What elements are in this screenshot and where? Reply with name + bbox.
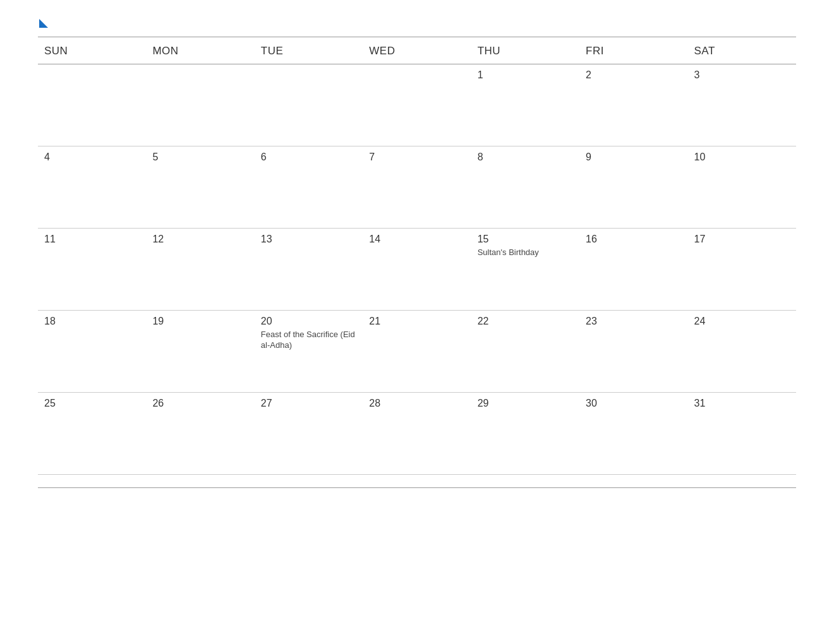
calendar-cell: 9 [579, 146, 687, 229]
calendar-table: SUNMONTUEWEDTHUFRISAT 123456789101112131… [38, 37, 796, 475]
day-number: 4 [44, 152, 140, 163]
day-number: 2 [586, 69, 681, 81]
day-number: 16 [586, 234, 681, 245]
weekday-wed: WED [363, 37, 471, 64]
calendar-cell: 5 [146, 146, 254, 229]
weekday-sat: SAT [688, 37, 796, 64]
day-number: 28 [369, 398, 464, 409]
day-number: 20 [261, 316, 356, 327]
calendar-cell: 16 [579, 229, 687, 311]
bottom-divider [38, 487, 796, 488]
calendar-cell: 29 [471, 393, 579, 475]
day-number: 30 [586, 398, 681, 409]
day-number: 1 [478, 69, 573, 81]
calendar-cell: 17 [688, 229, 796, 311]
weekday-tue: TUE [255, 37, 363, 64]
day-number: 21 [369, 316, 464, 327]
calendar-cell: 11 [38, 229, 146, 311]
day-number: 3 [694, 69, 790, 81]
weekday-thu: THU [471, 37, 579, 64]
day-number: 27 [261, 398, 356, 409]
calendar-cell: 10 [688, 146, 796, 229]
day-number: 5 [152, 152, 248, 163]
day-number: 18 [44, 316, 140, 327]
day-number: 31 [694, 398, 790, 409]
calendar-cell: 15Sultan's Birthday [471, 229, 579, 311]
weekday-sun: SUN [38, 37, 146, 64]
calendar-cell [146, 64, 254, 146]
day-number: 14 [369, 234, 464, 245]
calendar-cell: 18 [38, 311, 146, 393]
day-number: 15 [478, 234, 573, 245]
day-number: 8 [478, 152, 573, 163]
calendar-cell: 20Feast of the Sacrifice (Eid al-Adha) [255, 311, 363, 393]
day-number: 22 [478, 316, 573, 327]
calendar-cell: 14 [363, 229, 471, 311]
calendar-cell: 21 [363, 311, 471, 393]
day-number: 23 [586, 316, 681, 327]
calendar-cell: 28 [363, 393, 471, 475]
calendar-cell: 27 [255, 393, 363, 475]
event-text: Sultan's Birthday [478, 247, 573, 258]
day-number: 9 [586, 152, 681, 163]
day-number: 17 [694, 234, 790, 245]
day-number: 6 [261, 152, 356, 163]
calendar-cell [38, 64, 146, 146]
weekday-fri: FRI [579, 37, 687, 64]
event-text: Feast of the Sacrifice (Eid al-Adha) [261, 330, 356, 351]
calendar-week-3: 1112131415Sultan's Birthday1617 [38, 229, 796, 311]
calendar-cell [255, 64, 363, 146]
day-number: 10 [694, 152, 790, 163]
calendar-week-1: 123 [38, 64, 796, 146]
calendar-cell: 24 [688, 311, 796, 393]
calendar-cell: 8 [471, 146, 579, 229]
calendar-cell: 4 [38, 146, 146, 229]
calendar-cell: 6 [255, 146, 363, 229]
day-number: 24 [694, 316, 790, 327]
calendar-cell: 19 [146, 311, 254, 393]
day-number: 7 [369, 152, 464, 163]
calendar-cell: 26 [146, 393, 254, 475]
day-number: 19 [152, 316, 248, 327]
calendar-cell: 13 [255, 229, 363, 311]
calendar-cell: 31 [688, 393, 796, 475]
calendar-cell: 22 [471, 311, 579, 393]
weekday-mon: MON [146, 37, 254, 64]
calendar-cell: 2 [579, 64, 687, 146]
day-number: 13 [261, 234, 356, 245]
day-number: 29 [478, 398, 573, 409]
calendar-cell: 7 [363, 146, 471, 229]
logo-arrow-icon [39, 19, 48, 28]
day-number: 11 [44, 234, 140, 245]
calendar-cell: 1 [471, 64, 579, 146]
calendar-cell: 3 [688, 64, 796, 146]
logo [38, 19, 48, 30]
calendar-week-2: 45678910 [38, 146, 796, 229]
calendar-cell: 23 [579, 311, 687, 393]
calendar-cell: 12 [146, 229, 254, 311]
calendar-cell: 30 [579, 393, 687, 475]
day-number: 25 [44, 398, 140, 409]
day-number: 12 [152, 234, 248, 245]
day-number: 26 [152, 398, 248, 409]
calendar-cell [363, 64, 471, 146]
calendar-cell: 25 [38, 393, 146, 475]
weekday-header-row: SUNMONTUEWEDTHUFRISAT [38, 37, 796, 64]
calendar-week-4: 181920Feast of the Sacrifice (Eid al-Adh… [38, 311, 796, 393]
page-header [38, 19, 796, 30]
calendar-week-5: 25262728293031 [38, 393, 796, 475]
